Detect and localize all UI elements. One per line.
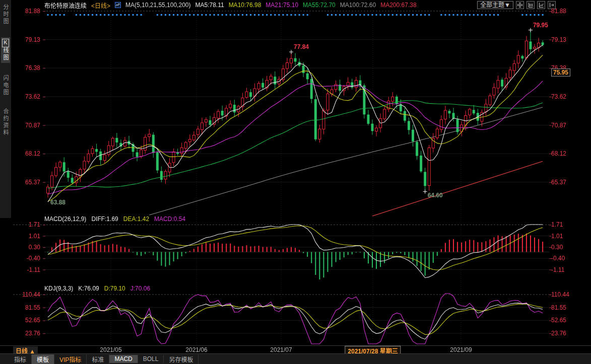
ma200-value: MA200:67.38 [380, 2, 416, 9]
tab-templates[interactable]: 模板 [32, 354, 54, 364]
top-right-toolbar: 全部主题▼ [477, 1, 556, 9]
axis-tick-label: 70.87 [551, 122, 591, 129]
ma-settings-label: MA(5,10,21,55,100,200) [125, 2, 190, 9]
macd-diff-value: DIFF:1.69 [91, 215, 118, 223]
macd-title: MACD(26,12,9) [44, 215, 86, 223]
tab-save-template[interactable]: 另存模板 [164, 354, 199, 364]
fit-x-axis-icon[interactable] [537, 1, 545, 9]
axis-tick-label: 79.13 [0, 36, 40, 43]
axis-tick-label: 23.76 [551, 330, 591, 337]
axis-tick-label: 81.55 [0, 304, 40, 311]
date-tick: 2021/09 [450, 346, 472, 353]
right-price-axis: 81.8879.1376.3873.6270.8768.1265.371.711… [551, 0, 591, 364]
kdj-title: KDJ(9,3,3) [44, 285, 73, 292]
date-tick: 2021/07 [270, 346, 292, 353]
tab-boll[interactable]: BOLL [138, 355, 164, 363]
date-tick: 2021/05 [100, 346, 121, 353]
axis-tick-label: 70.87 [0, 122, 40, 129]
fit-y-axis-icon[interactable] [527, 1, 535, 9]
kdj-d-value: D:79.10 [104, 285, 125, 292]
axis-tick-label: -1.11 [551, 266, 591, 273]
axis-tick-label: 110.44 [0, 291, 40, 298]
period-tag: <日线> [91, 1, 110, 10]
all-themes-label: 全部主题 [480, 2, 504, 9]
date-axis-row: 日线 ▲ 2021/05 2021/06 2021/07 2021/09 202… [0, 345, 591, 353]
chart-icon [115, 2, 121, 8]
axis-tick-label: -0.40 [551, 255, 591, 262]
ma21-value: MA21:75.10 [266, 2, 298, 9]
axis-tick-label: 110.44 [551, 291, 591, 298]
axis-tick-label: 68.12 [551, 150, 591, 157]
axis-tick-label: -1.11 [0, 266, 40, 273]
chart-canvas[interactable] [0, 0, 591, 364]
date-tick: 2021/06 [185, 346, 207, 353]
extreme-price-label: 63.88 [50, 199, 65, 206]
top-bar: 布伦特原油连续 <日线> MA(5,10,21,55,100,200) MA5:… [44, 1, 417, 9]
kdj-k-value: K:76.09 [78, 285, 99, 292]
kdj-panel-header: KDJ(9,3,3) K:76.09 D:79.10 J:70.06 [44, 285, 150, 292]
axis-tick-label: 52.65 [0, 317, 40, 324]
tab-indicators[interactable]: 指标 [9, 354, 32, 364]
symbol-title: 布伦特原油连续 [44, 1, 87, 10]
macd-dea-value: DEA:1.42 [123, 215, 149, 223]
axis-tick-label: 81.88 [0, 8, 40, 15]
axis-tick-label: 76.38 [0, 64, 40, 71]
axis-tick-label: 65.37 [0, 179, 40, 186]
axis-tick-label: 65.37 [551, 179, 591, 186]
axis-tick-label: 52.65 [551, 317, 591, 324]
macd-panel-header: MACD(26,12,9) DIFF:1.69 DEA:1.42 MACD:0.… [44, 215, 185, 223]
axis-tick-label: 1.71 [551, 221, 591, 228]
tab-macd[interactable]: MACD [109, 355, 138, 363]
left-price-axis: 81.8879.1376.3873.6270.8768.1265.371.711… [0, 0, 40, 364]
ma100-value: MA100:72.60 [340, 2, 376, 9]
axis-tick-label: -0.40 [0, 255, 40, 262]
extreme-price-label: 79.95 [533, 22, 548, 29]
axis-tick-label: 23.76 [0, 330, 40, 337]
axis-tick-label: 1.01 [551, 233, 591, 240]
axis-tick-label: 79.13 [551, 36, 591, 43]
extreme-price-label: 77.84 [294, 43, 309, 50]
ma55-value: MA55:72.70 [303, 2, 336, 9]
tab-vip-indicators[interactable]: VIP指标 [54, 354, 87, 364]
extreme-price-label: 64.60 [428, 192, 443, 199]
all-themes-dropdown[interactable]: 全部主题▼ [477, 1, 513, 9]
ma5-value: MA5:78.11 [195, 2, 224, 9]
crosshair-price-box: 75.95 [551, 68, 570, 77]
axis-tick-label: 68.12 [0, 150, 40, 157]
axis-tick-label: 81.55 [551, 304, 591, 311]
axis-tick-label: 1.71 [0, 221, 40, 228]
axis-tick-label: 73.62 [0, 93, 40, 100]
axis-tick-label: 0.30 [0, 244, 40, 251]
tab-standard[interactable]: 标准 [87, 354, 109, 364]
kdj-j-value: J:70.06 [130, 285, 150, 292]
axis-tick-label: 73.62 [551, 93, 591, 100]
trading-app-window: 布伦特原油连续 <日线> MA(5,10,21,55,100,200) MA5:… [0, 0, 591, 364]
macd-macd-value: MACD:0.54 [154, 215, 185, 223]
ma10-value: MA10:76.98 [229, 2, 261, 9]
axis-tick-label: 0.30 [551, 244, 591, 251]
dropdown-arrow-icon: ▼ [504, 2, 510, 9]
pan-icon[interactable] [516, 1, 524, 9]
axis-tick-label: 81.88 [551, 8, 591, 15]
indicator-tab-bar: 指标 模板 VIP指标 标准 MACD BOLL 另存模板 [0, 353, 591, 364]
axis-tick-label: 1.01 [0, 233, 40, 240]
